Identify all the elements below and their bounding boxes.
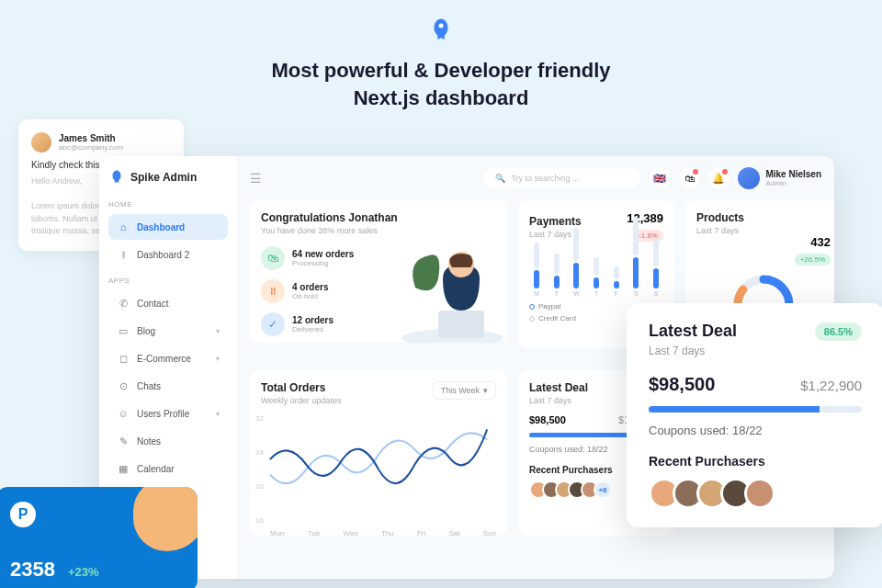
- p-icon: P: [10, 502, 36, 527]
- sidebar-item-contact[interactable]: ✆Contact: [108, 290, 228, 316]
- pause-icon: ⏸: [261, 279, 285, 303]
- chart-icon: ⫴: [117, 248, 130, 261]
- home-icon: ⌂: [117, 220, 130, 233]
- sidebar-item-dashboard[interactable]: ⌂Dashboard: [108, 214, 228, 240]
- svg-point-0: [439, 24, 444, 28]
- note-icon: ✎: [117, 435, 130, 447]
- latest-deal-overlay: Latest Deal86.5% Last 7 days $98,500$1,2…: [627, 303, 882, 527]
- avatar: [744, 478, 775, 509]
- hero-title: Most powerful & Developer friendlyNext.j…: [0, 57, 882, 111]
- total-orders-card: Total OrdersWeekly order updates This We…: [250, 370, 507, 536]
- sidebar-item-ecommerce[interactable]: ◻E-Commerce▾: [108, 345, 228, 371]
- chevron-down-icon: ▾: [216, 410, 220, 418]
- blog-icon: ▭: [117, 324, 130, 337]
- rocket-icon: [427, 17, 455, 48]
- search-input[interactable]: 🔍Try to searching ...: [484, 168, 640, 188]
- search-icon: 🔍: [495, 174, 505, 183]
- bag-icon: 🛍: [261, 246, 285, 270]
- chevron-down-icon: ▾: [216, 327, 220, 335]
- check-icon: ✓: [261, 312, 285, 336]
- cart-icon[interactable]: 🛍: [679, 168, 699, 188]
- cart-icon: ◻: [117, 352, 130, 365]
- calendar-icon: ▦: [117, 462, 130, 475]
- brand: Spike Admin: [108, 169, 228, 186]
- avatar: [738, 167, 760, 189]
- person-illustration: [388, 232, 507, 343]
- sidebar-item-users[interactable]: ☺Users Profile▾: [108, 401, 228, 426]
- period-select[interactable]: This Week▾: [433, 381, 496, 400]
- language-icon[interactable]: 🇬🇧: [650, 168, 670, 188]
- chat-icon: ⊙: [117, 379, 130, 392]
- sidebar-item-calendar[interactable]: ▦Calendar: [108, 456, 228, 481]
- sidebar-item-blog[interactable]: ▭Blog▾: [108, 318, 228, 344]
- congratulations-card: Congratulations Jonathan You have done 3…: [250, 200, 507, 343]
- stat-card-blue: P 2358+23%: [0, 487, 198, 588]
- bell-icon[interactable]: 🔔: [708, 168, 729, 188]
- svg-rect-2: [438, 311, 484, 338]
- user-icon: ☺: [117, 407, 130, 420]
- sidebar-item-chats[interactable]: ⊙Chats: [108, 373, 228, 399]
- chevron-down-icon: ▾: [216, 355, 220, 363]
- user-menu[interactable]: Mike NielsenAdmin: [738, 167, 821, 189]
- sidebar-item-notes[interactable]: ✎Notes: [108, 428, 228, 454]
- chevron-down-icon: ▾: [483, 386, 488, 395]
- more-avatars[interactable]: +8: [594, 481, 612, 499]
- menu-icon[interactable]: ☰: [250, 171, 262, 186]
- phone-icon: ✆: [117, 297, 130, 310]
- orders-line-chart: 32242016 MonTueWedThuFriSatSun: [261, 414, 496, 525]
- payments-bar-chart: M T W T F S S: [529, 253, 663, 297]
- sidebar-item-dashboard2[interactable]: ⫴Dashboard 2: [108, 242, 228, 267]
- avatar: [31, 132, 51, 153]
- email-sender: James Smith: [59, 133, 123, 143]
- topbar: ☰ 🔍Try to searching ... 🇬🇧 🛍 🔔 Mike Niel…: [250, 167, 821, 189]
